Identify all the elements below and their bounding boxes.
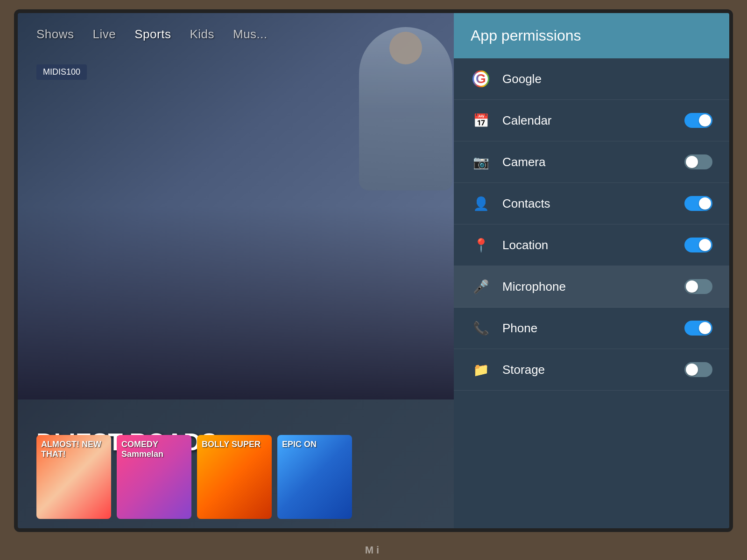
thumb-4-label: EPIC ON xyxy=(277,435,352,454)
mi-logo: Mi xyxy=(365,544,382,556)
nav-live[interactable]: Live xyxy=(93,27,116,42)
phone-icon: 📞 xyxy=(471,318,491,338)
permission-storage-label: Storage xyxy=(502,363,684,377)
nav-sports[interactable]: Sports xyxy=(134,27,171,42)
location-toggle-knob xyxy=(699,239,711,251)
permission-camera[interactable]: 📷 Camera xyxy=(454,141,729,183)
permission-calendar-label: Calendar xyxy=(502,113,684,128)
location-icon: 📍 xyxy=(471,235,491,255)
thumb-2-label: COMEDY Sammelan xyxy=(117,435,191,464)
channel-badge: MIDIS100 xyxy=(36,64,87,80)
contacts-toggle-knob xyxy=(699,197,711,210)
thumb-4[interactable]: EPIC ON xyxy=(277,435,352,519)
storage-toggle[interactable] xyxy=(684,362,712,377)
permissions-title: App permissions xyxy=(471,27,712,44)
permissions-list: G Google 📅 Calendar xyxy=(454,58,729,528)
nav-shows[interactable]: Shows xyxy=(36,27,74,42)
location-toggle[interactable] xyxy=(684,238,712,252)
hero-person-image xyxy=(359,27,452,190)
permission-contacts-label: Contacts xyxy=(502,196,684,211)
permission-location[interactable]: 📍 Location xyxy=(454,224,729,266)
nav-kids[interactable]: Kids xyxy=(190,27,214,42)
camera-toggle[interactable] xyxy=(684,154,712,169)
permission-location-label: Location xyxy=(502,238,684,252)
calendar-icon: 📅 xyxy=(471,110,491,131)
thumb-2[interactable]: COMEDY Sammelan xyxy=(117,435,191,519)
phone-toggle-knob xyxy=(699,322,711,334)
nav-bar: Shows Live Sports Kids Mus... xyxy=(18,27,480,42)
microphone-toggle[interactable] xyxy=(684,279,712,294)
thumbnail-row: ALMOST! NEW THAT! COMEDY Sammelan BOLLY … xyxy=(18,435,480,519)
thumb-3-label: BOLLY SUPER xyxy=(197,435,272,454)
thumb-1[interactable]: ALMOST! NEW THAT! xyxy=(36,435,111,519)
permission-microphone-label: Microphone xyxy=(502,280,684,294)
permission-phone[interactable]: 📞 Phone xyxy=(454,308,729,349)
permissions-header: App permissions xyxy=(454,13,729,58)
permission-google-label: Google xyxy=(502,72,712,86)
contacts-toggle[interactable] xyxy=(684,196,712,211)
camera-icon: 📷 xyxy=(471,152,491,172)
permission-microphone[interactable]: 🎤 Microphone xyxy=(454,266,729,308)
permission-google[interactable]: G Google xyxy=(454,58,729,100)
phone-toggle[interactable] xyxy=(684,321,712,336)
permission-camera-label: Camera xyxy=(502,155,684,169)
contacts-icon: 👤 xyxy=(471,193,491,214)
microphone-toggle-knob xyxy=(686,280,698,293)
permission-contacts[interactable]: 👤 Contacts xyxy=(454,183,729,224)
camera-toggle-knob xyxy=(686,156,698,168)
permission-calendar[interactable]: 📅 Calendar xyxy=(454,100,729,141)
microphone-icon: 🎤 xyxy=(471,276,491,297)
calendar-toggle[interactable] xyxy=(684,113,712,128)
permission-phone-label: Phone xyxy=(502,321,684,336)
hero-overlay xyxy=(18,206,480,399)
tv-bezel: Shows Live Sports Kids Mus... MIDIS100 D… xyxy=(14,9,733,532)
nav-music[interactable]: Mus... xyxy=(233,27,268,42)
thumb-1-label: ALMOST! NEW THAT! xyxy=(36,435,111,464)
storage-toggle-knob xyxy=(686,364,698,376)
tv-screen: Shows Live Sports Kids Mus... MIDIS100 D… xyxy=(18,13,729,528)
hero-area xyxy=(18,13,480,399)
permission-storage[interactable]: 📁 Storage xyxy=(454,349,729,391)
calendar-toggle-knob xyxy=(699,114,711,126)
thumb-3[interactable]: BOLLY SUPER xyxy=(197,435,272,519)
google-icon: G xyxy=(471,69,491,89)
permissions-panel: App permissions G Google 📅 Calendar xyxy=(454,13,729,528)
storage-icon: 📁 xyxy=(471,359,491,380)
